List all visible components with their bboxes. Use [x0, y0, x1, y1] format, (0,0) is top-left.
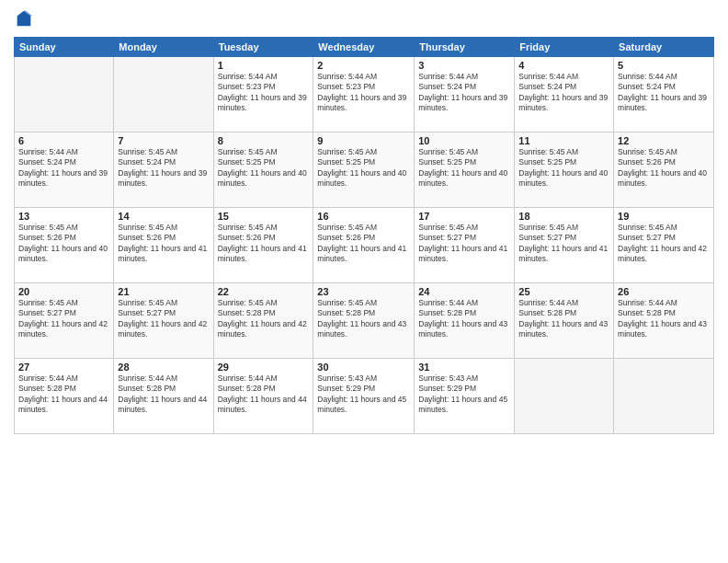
calendar-week-row: 6Sunrise: 5:44 AM Sunset: 5:24 PM Daylig…	[15, 132, 714, 208]
calendar-day-cell	[614, 359, 714, 434]
calendar-day-cell: 20Sunrise: 5:45 AM Sunset: 5:27 PM Dayli…	[15, 283, 114, 359]
calendar-day-cell: 31Sunrise: 5:43 AM Sunset: 5:29 PM Dayli…	[415, 359, 515, 434]
day-number: 19	[618, 211, 710, 222]
day-info: Sunrise: 5:44 AM Sunset: 5:24 PM Dayligh…	[518, 72, 609, 114]
day-info: Sunrise: 5:45 AM Sunset: 5:26 PM Dayligh…	[317, 223, 410, 265]
day-number: 25	[518, 286, 609, 297]
calendar-day-cell: 12Sunrise: 5:45 AM Sunset: 5:26 PM Dayli…	[614, 132, 714, 208]
day-info: Sunrise: 5:43 AM Sunset: 5:29 PM Dayligh…	[418, 373, 510, 416]
calendar-day-cell: 13Sunrise: 5:45 AM Sunset: 5:26 PM Dayli…	[15, 208, 114, 283]
day-number: 28	[118, 362, 209, 373]
calendar-day-cell: 23Sunrise: 5:45 AM Sunset: 5:28 PM Dayli…	[313, 283, 415, 359]
calendar-table: SundayMondayTuesdayWednesdayThursdayFrid…	[14, 37, 714, 434]
day-number: 1	[218, 60, 310, 71]
day-number: 31	[418, 362, 510, 373]
day-number: 11	[518, 135, 609, 146]
day-number: 30	[317, 362, 410, 373]
day-header-tuesday: Tuesday	[213, 38, 313, 57]
calendar-day-cell: 1Sunrise: 5:44 AM Sunset: 5:23 PM Daylig…	[213, 57, 313, 132]
calendar-day-cell: 5Sunrise: 5:44 AM Sunset: 5:24 PM Daylig…	[614, 57, 714, 132]
day-info: Sunrise: 5:45 AM Sunset: 5:27 PM Dayligh…	[618, 223, 710, 265]
calendar-day-cell: 6Sunrise: 5:44 AM Sunset: 5:24 PM Daylig…	[15, 132, 114, 208]
calendar-week-row: 20Sunrise: 5:45 AM Sunset: 5:27 PM Dayli…	[15, 283, 714, 359]
calendar-day-cell: 26Sunrise: 5:44 AM Sunset: 5:28 PM Dayli…	[614, 283, 714, 359]
day-number: 23	[317, 286, 410, 297]
day-number: 12	[618, 135, 710, 146]
calendar-day-cell: 14Sunrise: 5:45 AM Sunset: 5:26 PM Dayli…	[114, 208, 213, 283]
day-number: 13	[18, 211, 109, 222]
calendar-day-cell: 7Sunrise: 5:45 AM Sunset: 5:24 PM Daylig…	[114, 132, 213, 208]
calendar-day-cell	[15, 57, 114, 132]
day-header-wednesday: Wednesday	[313, 38, 415, 57]
day-info: Sunrise: 5:43 AM Sunset: 5:29 PM Dayligh…	[317, 373, 410, 416]
svg-marker-0	[17, 11, 31, 27]
day-info: Sunrise: 5:45 AM Sunset: 5:26 PM Dayligh…	[218, 223, 310, 265]
day-number: 16	[317, 211, 410, 222]
day-info: Sunrise: 5:45 AM Sunset: 5:26 PM Dayligh…	[618, 147, 710, 190]
day-info: Sunrise: 5:45 AM Sunset: 5:27 PM Dayligh…	[418, 223, 510, 265]
day-number: 9	[317, 135, 410, 146]
day-header-thursday: Thursday	[415, 38, 515, 57]
day-number: 29	[218, 362, 310, 373]
calendar-day-cell: 21Sunrise: 5:45 AM Sunset: 5:27 PM Dayli…	[114, 283, 213, 359]
day-header-monday: Monday	[114, 38, 213, 57]
header	[14, 9, 714, 29]
day-info: Sunrise: 5:44 AM Sunset: 5:28 PM Dayligh…	[418, 298, 510, 340]
calendar-week-row: 1Sunrise: 5:44 AM Sunset: 5:23 PM Daylig…	[15, 57, 714, 132]
day-info: Sunrise: 5:45 AM Sunset: 5:26 PM Dayligh…	[118, 223, 209, 265]
calendar-day-cell: 22Sunrise: 5:45 AM Sunset: 5:28 PM Dayli…	[213, 283, 313, 359]
calendar-day-cell: 29Sunrise: 5:44 AM Sunset: 5:28 PM Dayli…	[213, 359, 313, 434]
calendar-day-cell: 19Sunrise: 5:45 AM Sunset: 5:27 PM Dayli…	[614, 208, 714, 283]
calendar-day-cell: 8Sunrise: 5:45 AM Sunset: 5:25 PM Daylig…	[213, 132, 313, 208]
day-number: 26	[618, 286, 710, 297]
day-info: Sunrise: 5:45 AM Sunset: 5:25 PM Dayligh…	[218, 147, 310, 190]
day-number: 24	[418, 286, 510, 297]
calendar-day-cell: 2Sunrise: 5:44 AM Sunset: 5:23 PM Daylig…	[313, 57, 415, 132]
calendar-day-cell: 10Sunrise: 5:45 AM Sunset: 5:25 PM Dayli…	[415, 132, 515, 208]
day-info: Sunrise: 5:45 AM Sunset: 5:27 PM Dayligh…	[18, 298, 109, 340]
calendar-day-cell: 24Sunrise: 5:44 AM Sunset: 5:28 PM Dayli…	[415, 283, 515, 359]
calendar-day-cell	[114, 57, 213, 132]
calendar-day-cell	[515, 359, 614, 434]
day-number: 6	[18, 135, 109, 146]
day-info: Sunrise: 5:44 AM Sunset: 5:28 PM Dayligh…	[18, 373, 109, 416]
day-header-saturday: Saturday	[614, 38, 714, 57]
day-info: Sunrise: 5:44 AM Sunset: 5:28 PM Dayligh…	[118, 373, 209, 416]
day-number: 27	[18, 362, 109, 373]
calendar-day-cell: 3Sunrise: 5:44 AM Sunset: 5:24 PM Daylig…	[415, 57, 515, 132]
day-number: 2	[317, 60, 410, 71]
day-number: 22	[218, 286, 310, 297]
day-number: 14	[118, 211, 209, 222]
day-info: Sunrise: 5:44 AM Sunset: 5:28 PM Dayligh…	[518, 298, 609, 340]
calendar-day-cell: 15Sunrise: 5:45 AM Sunset: 5:26 PM Dayli…	[213, 208, 313, 283]
calendar-day-cell: 4Sunrise: 5:44 AM Sunset: 5:24 PM Daylig…	[515, 57, 614, 132]
logo-icon	[14, 9, 34, 29]
day-number: 4	[518, 60, 609, 71]
day-number: 18	[518, 211, 609, 222]
day-info: Sunrise: 5:45 AM Sunset: 5:28 PM Dayligh…	[218, 298, 310, 340]
day-info: Sunrise: 5:45 AM Sunset: 5:25 PM Dayligh…	[418, 147, 510, 190]
day-header-friday: Friday	[515, 38, 614, 57]
day-info: Sunrise: 5:44 AM Sunset: 5:24 PM Dayligh…	[618, 72, 710, 114]
day-number: 21	[118, 286, 209, 297]
day-number: 8	[218, 135, 310, 146]
day-number: 5	[618, 60, 710, 71]
day-info: Sunrise: 5:45 AM Sunset: 5:28 PM Dayligh…	[317, 298, 410, 340]
calendar-week-row: 27Sunrise: 5:44 AM Sunset: 5:28 PM Dayli…	[15, 359, 714, 434]
calendar-header-row: SundayMondayTuesdayWednesdayThursdayFrid…	[15, 38, 714, 57]
day-info: Sunrise: 5:45 AM Sunset: 5:26 PM Dayligh…	[18, 223, 109, 265]
day-info: Sunrise: 5:45 AM Sunset: 5:27 PM Dayligh…	[118, 298, 209, 340]
day-info: Sunrise: 5:45 AM Sunset: 5:25 PM Dayligh…	[317, 147, 410, 190]
day-info: Sunrise: 5:44 AM Sunset: 5:23 PM Dayligh…	[317, 72, 410, 114]
day-info: Sunrise: 5:44 AM Sunset: 5:23 PM Dayligh…	[218, 72, 310, 114]
day-info: Sunrise: 5:45 AM Sunset: 5:27 PM Dayligh…	[518, 223, 609, 265]
calendar-week-row: 13Sunrise: 5:45 AM Sunset: 5:26 PM Dayli…	[15, 208, 714, 283]
day-info: Sunrise: 5:44 AM Sunset: 5:28 PM Dayligh…	[618, 298, 710, 340]
calendar-container: SundayMondayTuesdayWednesdayThursdayFrid…	[0, 0, 728, 563]
calendar-day-cell: 18Sunrise: 5:45 AM Sunset: 5:27 PM Dayli…	[515, 208, 614, 283]
calendar-day-cell: 11Sunrise: 5:45 AM Sunset: 5:25 PM Dayli…	[515, 132, 614, 208]
day-info: Sunrise: 5:44 AM Sunset: 5:28 PM Dayligh…	[218, 373, 310, 416]
day-info: Sunrise: 5:45 AM Sunset: 5:25 PM Dayligh…	[518, 147, 609, 190]
day-header-sunday: Sunday	[15, 38, 114, 57]
calendar-day-cell: 9Sunrise: 5:45 AM Sunset: 5:25 PM Daylig…	[313, 132, 415, 208]
